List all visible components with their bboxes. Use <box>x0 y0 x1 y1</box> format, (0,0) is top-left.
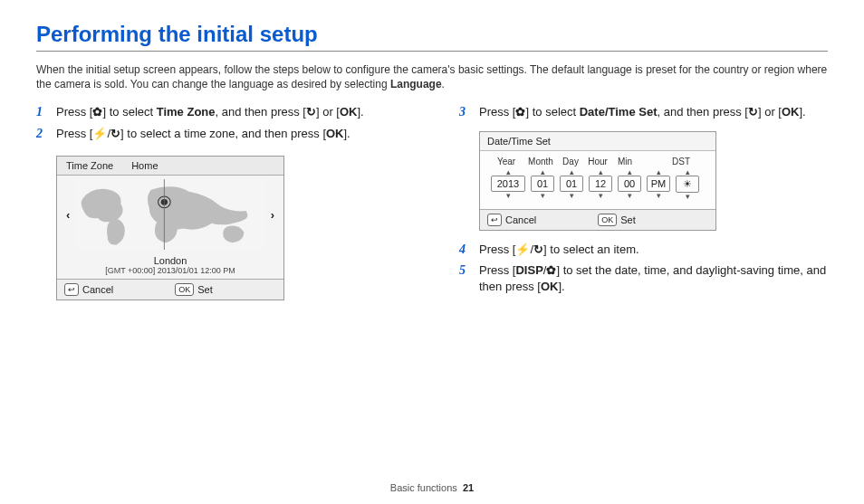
disp-icon: DISP <box>515 262 542 279</box>
dst-stepper[interactable]: ▴ ☀ ▾ <box>676 168 699 200</box>
min-value: 00 <box>618 176 641 192</box>
cancel-label: Cancel <box>505 214 536 225</box>
chevron-up-icon[interactable]: ▴ <box>657 168 661 176</box>
macro-icon: ✿ <box>546 262 556 279</box>
right-column: 3 Press [✿] to select Date/Time Set, and… <box>459 104 828 300</box>
chevron-down-icon[interactable]: ▾ <box>628 192 632 199</box>
chevron-down-icon[interactable]: ▾ <box>657 192 661 199</box>
chevron-up-icon[interactable]: ▴ <box>686 168 690 176</box>
step-number: 5 <box>459 262 466 280</box>
chevron-down-icon[interactable]: ▾ <box>541 192 545 199</box>
label-day: Day <box>560 157 581 166</box>
page-title: Performing the initial setup <box>36 22 828 47</box>
step-number: 1 <box>36 104 43 121</box>
title-rule <box>36 51 828 52</box>
day-stepper[interactable]: ▴ 01 ▾ <box>560 168 583 199</box>
page: Performing the initial setup When the in… <box>0 0 864 504</box>
timezone-panel-head: Time Zone Home <box>57 157 283 176</box>
step-body: Press [✿] to select Time Zone, and then … <box>56 105 364 119</box>
set-button[interactable]: OK Set <box>168 280 220 300</box>
year-value: 2013 <box>491 176 525 192</box>
day-value: 01 <box>560 176 583 192</box>
chevron-down-icon[interactable]: ▾ <box>599 192 603 199</box>
step-4: 4 Press [⚡/↻] to select an item. <box>459 242 828 263</box>
label-min: Min <box>614 157 636 166</box>
macro-icon: ✿ <box>92 104 102 120</box>
ampm-value: PM <box>647 176 670 192</box>
datetime-labels: Year Month Day Hour Min DST <box>480 151 715 166</box>
min-stepper[interactable]: ▴ 00 ▾ <box>618 168 641 199</box>
datetime-panel-title: Date/Time Set <box>480 132 715 151</box>
step-3: 3 Press [✿] to select Date/Time Set, and… <box>459 104 828 126</box>
datetime-row: ▴ 2013 ▾ ▴ 01 ▾ ▴ 01 ▾ ▴ <box>480 166 715 209</box>
left-column: 1 Press [✿] to select Time Zone, and the… <box>36 104 405 300</box>
footer-section: Basic functions <box>390 482 457 493</box>
label-hour: Hour <box>587 157 609 166</box>
dst-icon: ☀ <box>676 176 699 193</box>
month-stepper[interactable]: ▴ 01 ▾ <box>531 168 554 199</box>
flash-icon: ⚡ <box>515 242 530 258</box>
page-footer: Basic functions 21 <box>0 482 864 493</box>
flash-icon: ⚡ <box>92 126 107 142</box>
chevron-down-icon[interactable]: ▾ <box>570 192 574 199</box>
chevron-down-icon[interactable]: ▾ <box>506 192 511 199</box>
steps-right: 3 Press [✿] to select Date/Time Set, and… <box>459 104 828 126</box>
timer-icon: ↻ <box>533 242 543 258</box>
chevron-up-icon[interactable]: ▴ <box>628 168 632 176</box>
step-number: 3 <box>459 104 466 121</box>
timer-icon: ↻ <box>110 126 120 142</box>
chevron-down-icon[interactable]: ▾ <box>686 193 690 200</box>
step-body: Press [✿] to select Date/Time Set, and t… <box>479 105 806 119</box>
hour-value: 12 <box>589 176 612 192</box>
ok-icon: OK <box>340 104 358 120</box>
step-body: Press [DISP/✿] to set the date, time, an… <box>479 263 826 293</box>
timezone-panel-foot: ↩ Cancel OK Set <box>57 279 283 300</box>
footer-page: 21 <box>463 482 474 493</box>
steps-right-2: 4 Press [⚡/↻] to select an item. 5 Press… <box>459 242 828 300</box>
cancel-label: Cancel <box>82 284 113 295</box>
ok-icon: OK <box>541 279 559 295</box>
step-5: 5 Press [DISP/✿] to set the date, time, … <box>459 262 828 300</box>
datetime-panel: Date/Time Set Year Month Day Hour Min DS… <box>479 131 716 231</box>
intro-post: . <box>442 78 445 90</box>
intro-bold: Language <box>390 78 442 90</box>
step-number: 4 <box>459 242 466 259</box>
city-label: London <box>57 253 283 266</box>
step-body: Press [⚡/↻] to select a time zone, and t… <box>56 127 350 140</box>
datetime-panel-foot: ↩ Cancel OK Set <box>480 209 715 230</box>
timer-icon: ↻ <box>306 104 316 120</box>
macro-icon: ✿ <box>515 104 525 120</box>
step-body: Press [⚡/↻] to select an item. <box>479 242 639 256</box>
chevron-up-icon[interactable]: ▴ <box>541 168 545 176</box>
world-map <box>75 179 264 250</box>
cancel-button[interactable]: ↩ Cancel <box>57 280 120 300</box>
year-stepper[interactable]: ▴ 2013 ▾ <box>491 168 525 199</box>
next-arrow-icon[interactable]: › <box>267 208 278 222</box>
set-label: Set <box>197 284 213 295</box>
ok-key-icon: OK <box>598 214 617 226</box>
gmt-label: [GMT +00:00] 2013/01/01 12:00 PM <box>57 266 283 279</box>
label-dst: DST <box>670 157 692 166</box>
hour-stepper[interactable]: ▴ 12 ▾ <box>589 168 612 199</box>
back-key-icon: ↩ <box>64 283 79 296</box>
step-1: 1 Press [✿] to select Time Zone, and the… <box>36 104 405 126</box>
step-number: 2 <box>36 126 43 143</box>
label-year: Year <box>491 157 522 166</box>
chevron-up-icon[interactable]: ▴ <box>599 168 603 176</box>
tab-timezone[interactable]: Time Zone <box>57 157 122 175</box>
steps-left: 1 Press [✿] to select Time Zone, and the… <box>36 104 405 147</box>
intro-text: When the initial setup screen appears, f… <box>36 62 828 91</box>
ok-icon: OK <box>326 126 344 142</box>
timezone-panel: Time Zone Home ‹ <box>56 156 284 300</box>
ok-icon: OK <box>782 104 800 120</box>
chevron-up-icon[interactable]: ▴ <box>506 168 511 176</box>
columns: 1 Press [✿] to select Time Zone, and the… <box>36 104 828 300</box>
cancel-button[interactable]: ↩ Cancel <box>480 210 543 230</box>
set-button[interactable]: OK Set <box>590 210 643 230</box>
tab-home[interactable]: Home <box>122 157 167 175</box>
prev-arrow-icon[interactable]: ‹ <box>62 208 73 222</box>
ampm-stepper[interactable]: ▴ PM ▾ <box>647 168 670 199</box>
chevron-up-icon[interactable]: ▴ <box>570 168 574 176</box>
set-label: Set <box>620 214 636 225</box>
step-2: 2 Press [⚡/↻] to select a time zone, and… <box>36 126 405 147</box>
